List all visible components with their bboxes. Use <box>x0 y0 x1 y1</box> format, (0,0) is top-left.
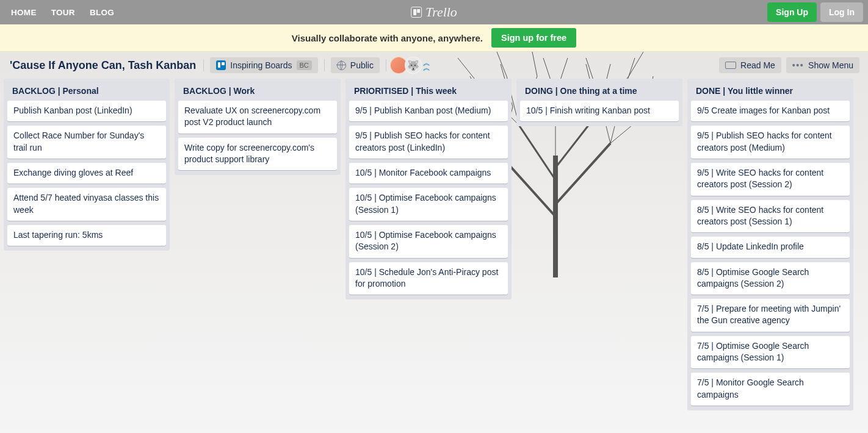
top-navbar: HOME TOUR BLOG Trello Sign Up Log In <box>0 0 868 24</box>
list-title[interactable]: BACKLOG | Personal <box>7 84 166 101</box>
list[interactable]: DOING | One thing at a time10/5 | Finish… <box>516 79 682 126</box>
card[interactable]: 9/5 | Publish SEO hacks for content crea… <box>691 126 850 159</box>
card[interactable]: 10/5 | Monitor Facebook campaigns <box>349 163 508 184</box>
globe-icon <box>337 61 346 70</box>
readme-label: Read Me <box>740 60 775 70</box>
list[interactable]: PRIORITISED | This week9/5 | Publish Kan… <box>345 79 512 299</box>
list[interactable]: DONE | You little winner9/5 Create image… <box>687 79 853 410</box>
card[interactable]: Revaluate UX on screenercopy.com post V2… <box>178 101 337 134</box>
card[interactable]: 9/5 Create images for Kanban post <box>691 101 850 121</box>
board-header: 'Cause If Anyone Can, Tash Kanban Inspir… <box>0 52 868 79</box>
team-badge: BC <box>297 60 312 70</box>
show-menu-button[interactable]: ••• Show Menu <box>786 57 859 73</box>
card[interactable]: 8/5 | Update LinkedIn profile <box>691 237 850 257</box>
card[interactable]: 7/5 | Prepare for meeting with Jumpin' t… <box>691 299 850 332</box>
card[interactable]: 10/5 | Optimise Facebook campaigns (Sess… <box>349 225 508 258</box>
trello-board-icon <box>216 60 226 70</box>
avatar[interactable]: 🐺 <box>405 57 422 74</box>
card[interactable]: Write copy for screenercopy.com's produc… <box>178 138 337 171</box>
card[interactable]: Publish Kanban post (LinkedIn) <box>7 101 166 121</box>
dots-horizontal-icon: ••• <box>792 60 804 70</box>
card[interactable]: Attend 5/7 heated vinyasa classes this w… <box>7 188 166 221</box>
promo-bar: Visually collaborate with anyone, anywhe… <box>0 24 868 52</box>
brand-word: Trello <box>425 4 457 20</box>
topnav-right: Sign Up Log In <box>767 2 863 22</box>
list[interactable]: BACKLOG | PersonalPublish Kanban post (L… <box>4 79 170 251</box>
readme-icon <box>725 62 736 69</box>
member-avatars[interactable]: 🐺 ︽︽ <box>392 57 430 74</box>
card[interactable]: Collect Race Number for Sunday's trail r… <box>7 126 166 159</box>
promo-signup-button[interactable]: Sign up for free <box>491 28 576 48</box>
card[interactable]: 9/5 | Publish Kanban post (Medium) <box>349 101 508 121</box>
board-title[interactable]: 'Cause If Anyone Can, Tash Kanban <box>9 57 197 74</box>
card[interactable]: 9/5 | Publish SEO hacks for content crea… <box>349 126 508 159</box>
visibility-label: Public <box>350 60 374 70</box>
list[interactable]: BACKLOG | WorkRevaluate UX on screenerco… <box>175 79 341 175</box>
card[interactable]: 7/5 | Optimise Google Search campaigns (… <box>691 336 850 369</box>
nav-tour[interactable]: TOUR <box>45 4 81 21</box>
topnav-left: HOME TOUR BLOG <box>5 4 120 21</box>
team-chip[interactable]: Inspiring Boards BC <box>210 57 317 73</box>
card[interactable]: Last tapering run: 5kms <box>7 225 166 246</box>
team-label: Inspiring Boards <box>230 60 292 70</box>
card[interactable]: 10/5 | Finish writing Kanban post <box>520 101 679 121</box>
card[interactable]: 10/5 | Optimise Facebook campaigns (Sess… <box>349 188 508 221</box>
lists-container[interactable]: BACKLOG | PersonalPublish Kanban post (L… <box>0 79 868 433</box>
list-title[interactable]: DOING | One thing at a time <box>520 84 679 101</box>
separator <box>386 59 386 71</box>
trello-board-icon <box>411 7 422 18</box>
card[interactable]: Exchange diving gloves at Reef <box>7 163 166 184</box>
board-header-right: Read Me ••• Show Menu <box>719 57 859 73</box>
card[interactable]: 7/5 | Monitor Google Search campaigns <box>691 373 850 406</box>
card[interactable]: 10/5 | Schedule Jon's Anti-Piracy post f… <box>349 262 508 295</box>
login-button[interactable]: Log In <box>820 2 863 22</box>
list-title[interactable]: BACKLOG | Work <box>178 84 337 101</box>
nav-home[interactable]: HOME <box>5 4 43 21</box>
board-area: 'Cause If Anyone Can, Tash Kanban Inspir… <box>0 52 868 433</box>
readme-button[interactable]: Read Me <box>719 57 781 73</box>
separator <box>324 59 325 71</box>
show-menu-label: Show Menu <box>808 60 853 70</box>
chevron-stack-icon: ︽︽ <box>423 60 430 71</box>
card[interactable]: 8/5 | Optimise Google Search campaigns (… <box>691 262 850 295</box>
card[interactable]: 8/5 | Write SEO hacks for content creato… <box>691 200 850 233</box>
visibility-chip[interactable]: Public <box>331 57 380 73</box>
separator <box>203 59 204 71</box>
card[interactable]: 9/5 | Write SEO hacks for content creato… <box>691 163 850 196</box>
list-title[interactable]: PRIORITISED | This week <box>349 84 508 101</box>
promo-text: Visually collaborate with anyone, anywhe… <box>292 33 483 43</box>
signup-button[interactable]: Sign Up <box>767 2 817 22</box>
nav-blog[interactable]: BLOG <box>84 4 120 21</box>
list-title[interactable]: DONE | You little winner <box>691 84 850 101</box>
brand-logo[interactable]: Trello <box>411 4 457 20</box>
